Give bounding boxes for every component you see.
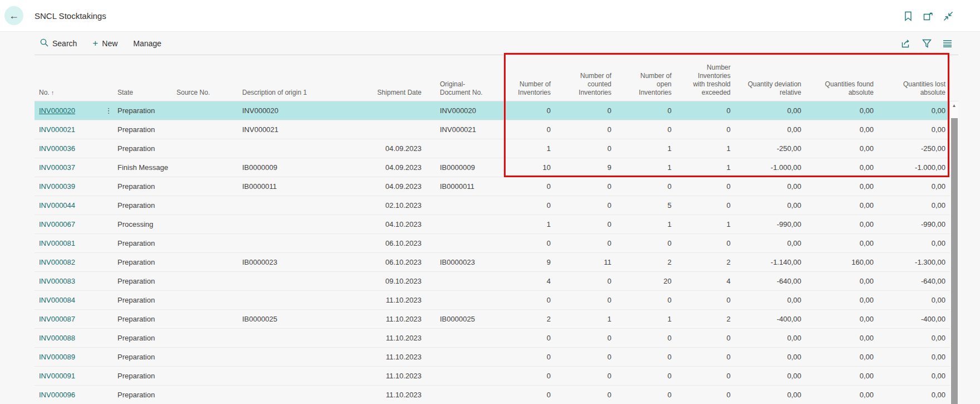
record-link[interactable]: INV000037 [39, 163, 75, 172]
table-row[interactable]: INV000021PreparationINV000021INV00002100… [35, 120, 958, 139]
record-link[interactable]: INV000036 [39, 144, 75, 153]
table-row[interactable]: INV000044Preparation02.10.202300500,000,… [35, 196, 958, 215]
cell-c4: 0 [672, 391, 731, 399]
cell-c7: 0,00 [874, 125, 945, 134]
table-row[interactable]: INV000096Preparation11.10.202300000,000,… [35, 386, 958, 404]
record-link[interactable]: INV000067 [39, 220, 75, 228]
collapse-icon[interactable] [943, 11, 953, 21]
column-header-c3[interactable]: Number of open Inventories [611, 72, 672, 97]
search-button[interactable]: Search [40, 38, 77, 48]
cell-ship: 11.10.2023 [349, 353, 422, 361]
cell-c4: 2 [672, 315, 731, 323]
record-link[interactable]: INV000081 [39, 239, 75, 247]
record-link[interactable]: INV000039 [39, 182, 75, 191]
record-link[interactable]: INV000087 [39, 315, 75, 323]
cell-ship: 09.10.2023 [349, 277, 422, 285]
column-header-c1[interactable]: Number of Inventories [506, 80, 551, 97]
column-header-c5[interactable]: Quantity deviation relative [731, 80, 801, 97]
new-button[interactable]: + New [92, 38, 117, 48]
column-header-c6[interactable]: Quantities found absolute [801, 80, 874, 97]
table-row[interactable]: INV000089Preparation11.10.202300000,000,… [35, 348, 958, 367]
record-link[interactable]: INV000084 [39, 296, 75, 304]
scrollbar-thumb[interactable] [951, 118, 958, 404]
cell-c1: 0 [506, 391, 551, 399]
cell-c7: 0,00 [874, 296, 945, 304]
cell-c4: 1 [672, 144, 731, 153]
back-button[interactable]: ← [4, 6, 23, 25]
record-link[interactable]: INV000088 [39, 334, 75, 342]
table-row[interactable]: INV000087PreparationIB000002511.10.2023I… [35, 310, 958, 329]
table-row[interactable]: INV000083Preparation09.10.202340204-640,… [35, 272, 958, 291]
table-row[interactable]: INV000036Preparation04.09.20231011-250,0… [35, 139, 958, 158]
table-row[interactable]: INV000020⋮PreparationINV000020INV0000200… [35, 101, 958, 120]
cell-ship: 11.10.2023 [349, 334, 422, 342]
cell-c4: 0 [672, 296, 731, 304]
cell-desc: INV000020 [238, 106, 349, 115]
table-row[interactable]: INV000039PreparationIB000001104.09.2023I… [35, 177, 958, 196]
manage-button[interactable]: Manage [133, 39, 161, 48]
record-link[interactable]: INV000091 [39, 372, 75, 380]
column-header-c7[interactable]: Quantities lost absolute [874, 80, 945, 97]
cell-c6: 0,00 [801, 239, 874, 247]
record-link[interactable]: INV000083 [39, 277, 75, 285]
cell-no: INV000091 [35, 372, 104, 380]
column-header-ship[interactable]: Shipment Date [349, 89, 422, 97]
cell-no: INV000096 [35, 391, 104, 399]
cell-state: Preparation [113, 239, 177, 247]
cell-c5: 0,00 [731, 239, 801, 247]
column-header-source[interactable]: Source No. [177, 89, 238, 97]
table-row[interactable]: INV000091Preparation11.10.202300000,000,… [35, 367, 958, 386]
record-link[interactable]: INV000044 [39, 201, 75, 210]
column-header-c2[interactable]: Number of counted Inventories [551, 72, 611, 97]
open-in-new-window-icon[interactable] [923, 11, 933, 21]
cell-c5: -250,00 [731, 144, 801, 153]
table-row[interactable]: INV000067Processing04.10.20231011-990,00… [35, 215, 958, 234]
column-header-c4[interactable]: Number Inventories with treshold exceede… [672, 64, 731, 97]
cell-c2: 0 [551, 201, 611, 210]
cell-orig: IB0000009 [422, 163, 506, 172]
cell-no: INV000044 [35, 201, 104, 210]
cell-ship: 04.09.2023 [349, 182, 422, 191]
filter-icon[interactable] [922, 38, 932, 49]
record-link[interactable]: INV000021 [39, 125, 75, 134]
cell-state: Processing [113, 220, 177, 228]
cell-c2: 0 [551, 277, 611, 285]
table-row[interactable]: INV000088Preparation11.10.202300000,000,… [35, 329, 958, 348]
row-actions-menu-icon[interactable]: ⋮ [104, 106, 113, 115]
table-row[interactable]: INV000082PreparationIB000002306.10.2023I… [35, 253, 958, 272]
cell-no: INV000036 [35, 144, 104, 153]
record-link[interactable]: INV000089 [39, 353, 75, 361]
cell-state: Preparation [113, 201, 177, 210]
cell-no: INV000021 [35, 125, 104, 134]
cell-c3: 0 [611, 106, 672, 115]
cell-c2: 1 [551, 315, 611, 323]
record-link[interactable]: INV000020 [39, 106, 75, 115]
page-title: SNCL Stocktakings [35, 11, 106, 21]
column-header-desc[interactable]: Description of origin 1 [238, 89, 349, 97]
column-header-no[interactable]: No.↑ [35, 89, 104, 97]
record-link[interactable]: INV000096 [39, 391, 75, 399]
table-row[interactable]: INV000037Finish MessageIB000000904.09.20… [35, 158, 958, 177]
column-header-state[interactable]: State [113, 89, 177, 97]
column-header-orig[interactable]: Original- Document No. [422, 80, 506, 97]
cell-c5: 0,00 [731, 201, 801, 210]
cell-c1: 4 [506, 277, 551, 285]
cell-c6: 0,00 [801, 391, 874, 399]
cell-c2: 0 [551, 334, 611, 342]
cell-c7: 0,00 [874, 353, 945, 361]
scroll-up-icon[interactable]: ▲ [950, 101, 958, 110]
view-options-icon[interactable] [942, 38, 953, 49]
bookmark-icon[interactable] [903, 11, 913, 21]
share-icon[interactable] [901, 38, 912, 49]
cell-no: INV000039 [35, 182, 104, 191]
cell-c2: 0 [551, 353, 611, 361]
vertical-scrollbar[interactable]: ▲ [950, 101, 958, 404]
record-link[interactable]: INV000082 [39, 258, 75, 266]
cell-no: INV000088 [35, 334, 104, 342]
table-row[interactable]: INV000081Preparation06.10.202300000,000,… [35, 234, 958, 253]
stocktakings-table: No.↑StateSource No.Description of origin… [35, 55, 958, 404]
cell-c5: -640,00 [731, 277, 801, 285]
cell-c2: 0 [551, 220, 611, 228]
cell-ship: 11.10.2023 [349, 372, 422, 380]
table-row[interactable]: INV000084Preparation11.10.202300000,000,… [35, 291, 958, 310]
